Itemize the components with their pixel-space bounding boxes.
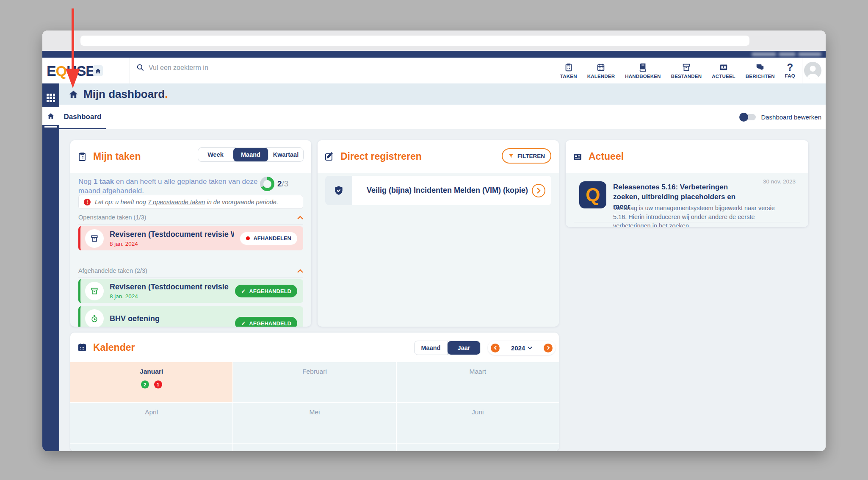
month-cell-juli[interactable] <box>70 444 232 451</box>
nav-item-berichten[interactable]: BERICHTEN <box>746 63 775 79</box>
stopwatch-icon <box>85 309 104 327</box>
nav-item-faq[interactable]: ? FAQ <box>785 63 795 78</box>
nav-item-handboeken[interactable]: HANDBOEKEN <box>625 63 661 79</box>
view-option-maand[interactable]: Maand <box>415 341 448 355</box>
annotation-arrow-line <box>72 8 74 70</box>
period-segmented-control: Week Maand Kwartaal <box>198 147 304 162</box>
month-cell-mei[interactable]: Mei <box>233 403 395 443</box>
search-input[interactable] <box>149 64 420 72</box>
url-bar[interactable] <box>80 36 749 46</box>
month-cell-maart[interactable]: Maart <box>397 362 559 402</box>
book-icon <box>638 63 647 72</box>
browser-window: EQUSE TAKEN KALENDER HANDBOEKEN <box>42 31 826 451</box>
panel-title: Actueel <box>589 151 624 162</box>
task-title: Reviseren (Testdocument revisie Word1.do… <box>110 283 229 291</box>
newspaper-icon <box>572 152 583 162</box>
chevron-right-icon <box>547 346 550 350</box>
period-option-kwartaal[interactable]: Kwartaal <box>268 148 303 161</box>
period-option-week[interactable]: Week <box>198 148 233 161</box>
afhandelen-badge[interactable]: AFHANDELEN <box>240 232 297 245</box>
user-avatar[interactable] <box>804 62 821 79</box>
tasks-summary: Nog 1 taak en dan heeft u alle geplande … <box>78 177 265 196</box>
chevron-right-icon <box>536 188 541 194</box>
nav-item-bestanden[interactable]: BESTANDEN <box>671 63 702 79</box>
calendar-icon <box>596 63 605 72</box>
year-select[interactable]: 2024 <box>511 344 532 352</box>
page-title: Mijn dashboard. <box>83 88 168 101</box>
task-date: 8 jan. 2024 <box>110 293 229 300</box>
task-card-done[interactable]: Reviseren (Testdocument revisie Word1.do… <box>78 279 303 303</box>
browser-chrome <box>42 31 826 51</box>
top-account-bar <box>42 51 826 58</box>
month-cell-januari[interactable]: Januari 2 1 <box>70 362 232 402</box>
annotation-arrow-head <box>66 69 80 88</box>
toggle-switch[interactable] <box>740 114 756 120</box>
filter-button[interactable]: FILTEREN <box>502 148 551 164</box>
home-button[interactable] <box>93 65 103 76</box>
global-search <box>136 64 420 72</box>
nav-item-kalender[interactable]: KALENDER <box>587 63 615 79</box>
afgehandeld-badge: ✓AFGEHANDELD <box>235 285 297 297</box>
done-count-badge: 2 <box>141 380 149 388</box>
month-cell-juni[interactable]: Juni <box>397 403 559 443</box>
toggle-knob <box>739 113 748 122</box>
header-divider-2 <box>802 58 802 83</box>
chat-icon <box>755 63 765 72</box>
previous-year-button[interactable] <box>491 344 500 352</box>
calendar-view-segmented-control: Maand Jaar <box>414 341 481 355</box>
person-icon <box>804 62 821 79</box>
open-count-badge: 1 <box>154 380 162 388</box>
header-divider <box>130 58 130 83</box>
open-tasks-link[interactable]: 7 openstaande taken <box>148 199 205 205</box>
funnel-icon <box>508 153 514 159</box>
task-title: BHV oefening <box>110 314 229 323</box>
archive-box-icon <box>85 282 104 300</box>
newspaper-icon <box>719 63 728 72</box>
register-form-title: Veilig (bijna) Incidenten Melden (VIM) (… <box>352 186 532 195</box>
shield-check-icon <box>325 176 352 205</box>
chevron-up-icon[interactable] <box>297 216 303 219</box>
news-divider <box>574 222 800 222</box>
app-header: EQUSE TAKEN KALENDER HANDBOEKEN <box>42 58 826 83</box>
open-form-button[interactable] <box>532 184 545 197</box>
period-option-maand[interactable]: Maand <box>233 148 268 161</box>
tab-bar: Dashboard Dashboard bewerken <box>59 105 826 129</box>
task-card-open[interactable]: Reviseren (Testdocument revisie Word1.do… <box>78 226 303 250</box>
panel-title: Mijn taken <box>93 151 141 162</box>
home-icon <box>69 89 78 99</box>
chevron-down-icon <box>528 347 532 350</box>
tab-dashboard[interactable]: Dashboard <box>59 105 106 129</box>
progress-donut <box>260 177 274 191</box>
release-logo: Q <box>579 181 606 208</box>
panel-title: Kalender <box>93 342 135 353</box>
month-cell-september[interactable] <box>397 444 559 451</box>
chevron-left-icon <box>494 346 497 350</box>
task-title: Reviseren (Testdocument revisie Word1.do… <box>110 230 234 239</box>
month-cell-april[interactable]: April <box>70 403 232 443</box>
clipboard-icon <box>564 63 573 72</box>
news-panel: Actueel Q Releasenotes 5.16: Verbetering… <box>566 140 808 227</box>
archive-icon <box>682 63 691 72</box>
next-year-button[interactable] <box>544 344 553 352</box>
check-icon: ✓ <box>241 288 246 294</box>
register-form-card[interactable]: Veilig (bijna) Incidenten Melden (VIM) (… <box>325 176 551 205</box>
month-cell-augustus[interactable] <box>233 444 395 451</box>
month-cell-februari[interactable]: Februari <box>233 362 395 402</box>
done-tasks-section-header: Afgehandelde taken (2/3) <box>78 267 303 278</box>
user-info-blurred <box>752 51 826 57</box>
view-option-jaar[interactable]: Jaar <box>448 341 480 355</box>
register-panel: Direct registreren FILTEREN Veilig (bijn… <box>318 140 559 327</box>
news-panel-header: Actueel <box>566 140 808 173</box>
year-navigator: 2024 <box>488 341 556 355</box>
nav-item-taken[interactable]: TAKEN <box>560 63 577 79</box>
exclamation-icon: ! <box>84 199 91 205</box>
dashboard-edit-toggle[interactable]: Dashboard bewerken <box>740 105 821 129</box>
calendar-year-grid: Januari 2 1 Februari Maart April Mei Jun… <box>70 362 559 451</box>
chevron-up-icon[interactable] <box>297 269 303 273</box>
sidebar-item-dashboard[interactable] <box>42 107 59 125</box>
nav-item-actueel[interactable]: ACTUEEL <box>712 63 735 79</box>
task-card-done[interactable]: BHV oefening ✓AFGEHANDELD <box>78 306 303 327</box>
apps-grid-icon[interactable] <box>47 94 55 102</box>
task-date: 8 jan. 2024 <box>110 241 234 247</box>
sidebar-active-indicator <box>44 126 57 128</box>
